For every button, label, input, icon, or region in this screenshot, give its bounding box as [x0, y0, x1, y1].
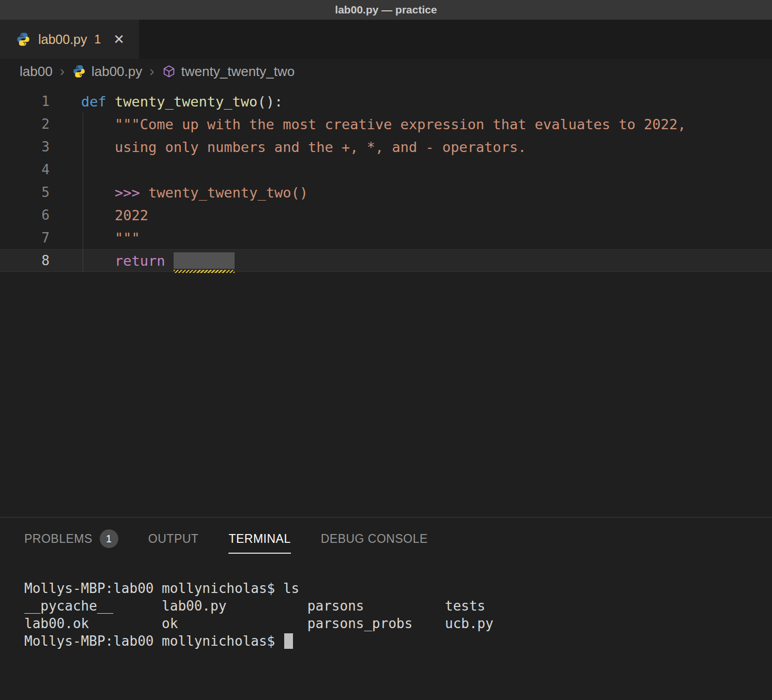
problems-count-badge: 1 [100, 529, 118, 548]
terminal-line: Mollys-MBP:lab00 mollynicholas$ ls [24, 580, 772, 597]
window-title: lab00.py — practice [335, 4, 437, 16]
panel-tab-terminal[interactable]: TERMINAL [228, 518, 290, 560]
line-number: 4 [0, 162, 58, 177]
python-file-icon [72, 64, 86, 79]
panel-tab-problems[interactable]: PROBLEMS 1 [24, 518, 118, 560]
doctest-call: twenty_twenty_two() [148, 185, 308, 201]
terminal-output[interactable]: Mollys-MBP:lab00 mollynicholas$ ls __pyc… [0, 560, 772, 650]
breadcrumb-folder[interactable]: lab00 [20, 64, 53, 80]
code-editor[interactable]: 1 def twenty_twenty_two(): 2 """Come up … [0, 84, 772, 517]
terminal-prompt-line: Mollys-MBP:lab00 mollynicholas$ [24, 632, 772, 650]
punctuation: (): [257, 94, 283, 110]
line-number: 1 [0, 94, 58, 109]
editor-tab-strip: lab00.py 1 ✕ [0, 20, 772, 59]
indent [81, 253, 115, 269]
symbol-namespace-icon [162, 64, 176, 79]
terminal-line: __pycache__ lab00.py parsons tests [24, 597, 772, 615]
keyword-return: return [115, 253, 174, 269]
docstring-text: """Come up with the most creative expres… [81, 116, 686, 132]
code-line: 1 def twenty_twenty_two(): [0, 90, 772, 113]
line-number: 6 [0, 207, 58, 223]
code-line: 5 >>> twenty_twenty_two() [0, 181, 772, 204]
indent [81, 185, 115, 201]
code-line-current: 8 return [0, 249, 772, 272]
docstring-close: """ [81, 230, 140, 246]
panel-tab-bar: PROBLEMS 1 OUTPUT TERMINAL DEBUG CONSOLE [0, 518, 772, 560]
window-titlebar: lab00.py — practice [0, 0, 772, 20]
code-line: 3 using only numbers and the +, *, and -… [0, 135, 772, 158]
breadcrumb-symbol[interactable]: twenty_twenty_two [162, 64, 295, 80]
keyword-def: def [81, 94, 115, 110]
tab-problems-badge: 1 [95, 33, 101, 47]
doctest-expected-output: 2022 [81, 207, 148, 223]
breadcrumb: lab00 › lab00.py › twenty_twenty_two [0, 59, 772, 84]
docstring-text: using only numbers and the +, *, and - o… [81, 139, 527, 155]
panel-tab-debug-console[interactable]: DEBUG CONSOLE [321, 518, 428, 560]
line-number: 2 [0, 116, 58, 132]
code-line: 7 """ [0, 226, 772, 249]
terminal-cursor [284, 633, 293, 649]
breadcrumb-separator-icon: › [149, 63, 154, 80]
missing-expression-warning-box[interactable] [174, 252, 235, 269]
line-number: 8 [0, 253, 58, 268]
bottom-panel: PROBLEMS 1 OUTPUT TERMINAL DEBUG CONSOLE… [0, 517, 772, 700]
breadcrumb-file[interactable]: lab00.py [72, 64, 142, 80]
terminal-line: lab00.ok ok parsons_probs ucb.py [24, 615, 772, 632]
tab-filename: lab00.py [38, 32, 87, 47]
line-number: 5 [0, 185, 58, 200]
editor-tab-lab00[interactable]: lab00.py 1 ✕ [0, 20, 139, 59]
line-number: 3 [0, 139, 58, 155]
line-number: 7 [0, 230, 58, 246]
python-file-icon [16, 32, 31, 47]
function-name: twenty_twenty_two [115, 94, 257, 110]
tab-close-icon[interactable]: ✕ [113, 33, 125, 46]
doctest-prompt: >>> [115, 185, 148, 201]
code-line: 4 [0, 158, 772, 181]
breadcrumb-separator-icon: › [60, 63, 65, 80]
code-line: 2 """Come up with the most creative expr… [0, 113, 772, 135]
panel-tab-output[interactable]: OUTPUT [148, 518, 199, 560]
code-line: 6 2022 [0, 204, 772, 226]
